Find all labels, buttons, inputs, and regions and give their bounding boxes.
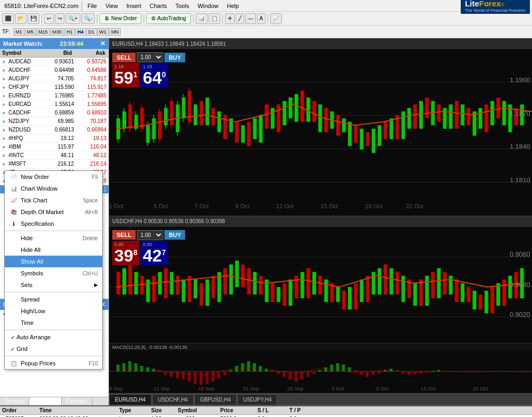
fwd-btn[interactable]: ↪ (55, 13, 64, 24)
menu-charts[interactable]: Charts (145, 2, 171, 10)
svg-rect-155 (425, 275, 429, 305)
tf-w1[interactable]: W1 (97, 28, 109, 36)
chart-tab-usdjpy[interactable]: USDJPY,H4 (237, 394, 278, 405)
row-symbol-name: #HPQ (7, 135, 37, 141)
table-row[interactable]: ♦ NZDUSD 0.66813 0.66994 (0, 126, 109, 134)
svg-rect-116 (194, 279, 197, 298)
row-bid: 0.64498 (37, 67, 74, 73)
autotrading-btn[interactable]: ⚙ AutoTrading (146, 13, 190, 24)
menu-tools[interactable]: Tools (171, 2, 194, 10)
svg-rect-61 (372, 129, 376, 153)
term-col-sl: S / L (255, 406, 287, 414)
chart-tab-eurusd[interactable]: EURUSD,H4 (109, 394, 152, 405)
ctx-new-order[interactable]: 📄 New Order F9 (5, 171, 102, 183)
ctx-specification[interactable]: ℹ Specification (5, 218, 102, 230)
table-row[interactable]: ♦ CADCHF 0.68859 0.68910 (0, 109, 109, 117)
ctx-highlow[interactable]: High/Low (5, 305, 102, 317)
ctx-hide[interactable]: Hide Delete (5, 232, 102, 244)
open-btn[interactable]: 📂 (15, 13, 27, 24)
menu-help[interactable]: Help (223, 2, 244, 10)
line-btn[interactable]: ╱ (236, 13, 244, 24)
table-row[interactable]: ♦ EURNZD 1.76985 1.77485 (0, 92, 109, 100)
svg-text:0.9040: 0.9040 (510, 281, 530, 288)
chart1-buy-btn[interactable]: BUY (164, 53, 185, 62)
new-order-btn[interactable]: 🗎 New Order (99, 13, 142, 24)
zoom-in-btn[interactable]: 🔍+ (65, 13, 80, 24)
table-row[interactable]: ♦ NZDJPY 69.985 70.187 (0, 117, 109, 126)
ctx-chart-window[interactable]: 📊 Chart Window (5, 183, 102, 194)
ctx-grid[interactable]: ✓ Grid (5, 343, 102, 355)
nav-tab-favorites[interactable]: Favorites (62, 397, 93, 405)
table-row[interactable]: ♦ CHFJPY 115.590 115.917 (0, 83, 109, 92)
chart1-sell-btn[interactable]: SELL (112, 53, 136, 62)
tf-d1[interactable]: D1 (86, 28, 97, 36)
text-btn[interactable]: A (257, 13, 266, 24)
table-row[interactable]: ♦ AUDCHF 0.64498 0.64586 (0, 66, 109, 75)
ctx-depth-market[interactable]: 📚 Depth Of Market Alt+B (5, 206, 102, 218)
nav-tab-symbols[interactable]: Symbols (0, 397, 29, 405)
save-btn[interactable]: 💾 (28, 13, 39, 24)
ctx-spread[interactable]: Spread (5, 293, 102, 305)
ctx-hide-all[interactable]: Hide All (5, 244, 102, 256)
svg-rect-53 (324, 108, 328, 133)
ctx-time[interactable]: Time (5, 317, 102, 329)
ctx-symbols[interactable]: Symbols Ctrl+U (5, 267, 102, 279)
svg-rect-123 (235, 260, 239, 287)
zoom-out-btn[interactable]: 🔍- (81, 13, 95, 24)
tf-m30[interactable]: M30 (51, 28, 64, 36)
tf-h4[interactable]: H4 (76, 28, 86, 36)
crosshair-btn[interactable]: ✛ (225, 13, 235, 24)
menu-insert[interactable]: Insert (122, 2, 146, 10)
table-row[interactable]: ♦ #INTC 48.11 48.12 (0, 151, 109, 160)
row-ask: 0.93726 (74, 59, 109, 64)
menu-view[interactable]: View (101, 2, 122, 10)
menu-window[interactable]: Window (193, 2, 222, 10)
chart2-sell-btn[interactable]: SELL (112, 230, 136, 240)
market-watch-time: 23:59:44 (60, 40, 83, 47)
row-ask: 74.817 (74, 76, 109, 81)
nav-tab-common[interactable]: Common (29, 397, 61, 405)
table-row[interactable]: ♦ AUDCAD 0.93631 0.93726 (0, 58, 109, 66)
tf-m15[interactable]: M15 (36, 28, 50, 36)
tf-m5[interactable]: M5 (25, 28, 36, 36)
svg-text:5 Oct: 5 Oct (154, 203, 168, 210)
chart2-lot-select[interactable]: 1.00 (137, 230, 163, 240)
svg-rect-19 (158, 111, 162, 139)
indicators-btn[interactable]: 📈 (270, 13, 282, 24)
chart-tab-gbpusd[interactable]: GBPUSD,H4 (194, 394, 237, 405)
ctx-popup-prices[interactable]: 📋 Popup Prices F10 (5, 357, 102, 369)
table-row[interactable]: ♦ EURCAD 1.55614 1.55695 (0, 100, 109, 109)
chart2-buy-btn[interactable]: BUY (164, 230, 185, 240)
table-row[interactable]: ♦ #IBM 115.97 116.04 (0, 143, 109, 151)
ctx-tick-chart[interactable]: 📈 Tick Chart Space (5, 194, 102, 206)
svg-rect-189 (188, 372, 191, 382)
properties-btn[interactable]: 📊 (196, 13, 207, 24)
svg-rect-147 (378, 268, 381, 294)
chart1-inner[interactable]: SELL 1.00 BUY 1.18 591 (109, 49, 532, 216)
table-row[interactable]: ♦ #HPQ 19.12 19.13 (0, 134, 109, 143)
svg-rect-220 (372, 372, 375, 375)
new-btn[interactable]: ⬛ (2, 13, 14, 24)
row-ask: 1.55695 (74, 101, 109, 107)
table-row[interactable]: ♦ AUDJPY 74.705 74.817 (0, 75, 109, 83)
ctx-auto-arrange[interactable]: ✓ Auto Arrange (5, 331, 102, 343)
svg-rect-154 (419, 279, 423, 305)
market-watch-close[interactable]: ✕ (100, 40, 105, 47)
back-btn[interactable]: ↩ (44, 13, 54, 24)
chart2-price-display: 0.90 398 0.90 427 (112, 241, 168, 265)
tf-mn[interactable]: MN (109, 28, 121, 36)
tf-m1[interactable]: M1 (13, 28, 24, 36)
svg-rect-77 (467, 108, 470, 126)
template-btn[interactable]: 📋 (209, 13, 220, 24)
chart1-lot-select[interactable]: 1.00 (137, 52, 163, 62)
ctx-show-all[interactable]: Show All (5, 256, 102, 267)
tf-h1[interactable]: H1 (64, 28, 75, 36)
chart2-inner[interactable]: SELL 1.00 BUY 0.90 398 (109, 227, 532, 394)
table-row[interactable]: ♦ #MSFT 216.12 216.14 (0, 160, 109, 168)
svg-rect-59 (360, 129, 363, 150)
chart-tab-usdchf[interactable]: USDCHF,H4 (152, 394, 194, 405)
svg-rect-215 (342, 365, 345, 372)
ctx-sets[interactable]: Sets ▶ (5, 279, 102, 291)
menu-file[interactable]: File (83, 2, 101, 10)
hline-btn[interactable]: — (245, 13, 256, 24)
